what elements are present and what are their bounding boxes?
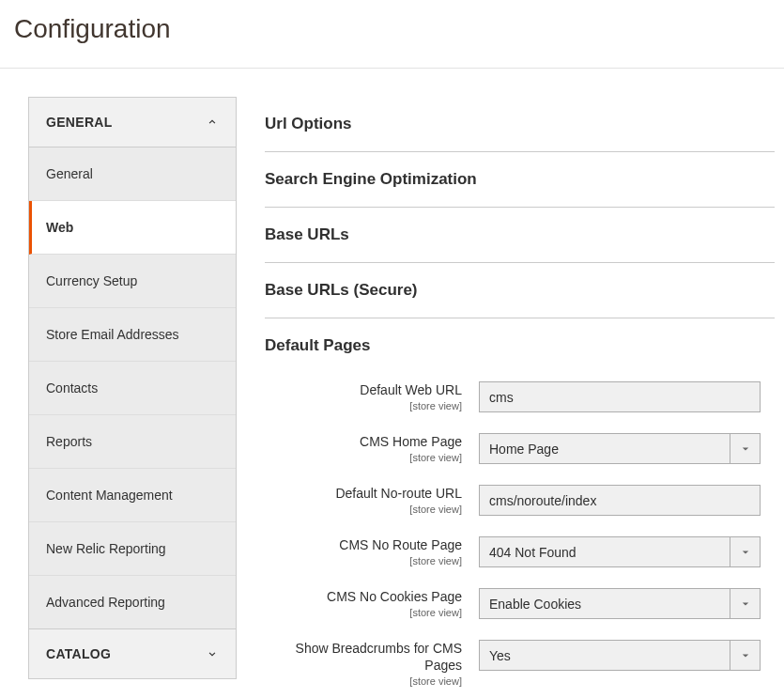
sidebar-item-content-management[interactable]: Content Management (29, 469, 236, 522)
field-label: CMS No Route Page (265, 536, 462, 553)
caret-down-icon (730, 641, 760, 670)
sidebar-group-head-catalog[interactable]: CATALOG (29, 629, 236, 678)
sidebar-group-label: CATALOG (46, 646, 111, 661)
field-default-noroute-url: Default No-route URL [store view] (265, 485, 775, 516)
sidebar-item-label: Reports (46, 434, 92, 449)
cms-no-route-select[interactable]: 404 Not Found (479, 536, 761, 567)
content-container: GENERAL General Web Currency Setup Store… (0, 69, 784, 698)
caret-down-icon (730, 589, 760, 618)
field-label-wrap: Default Web URL [store view] (265, 381, 479, 411)
default-noroute-url-input[interactable] (479, 485, 761, 516)
sidebar-item-new-relic[interactable]: New Relic Reporting (29, 522, 236, 576)
field-default-web-url: Default Web URL [store view] (265, 381, 775, 412)
field-control-wrap: Enable Cookies (479, 588, 761, 619)
sidebar-item-label: Store Email Addresses (46, 327, 179, 342)
sidebar-item-label: Contacts (46, 380, 98, 396)
caret-down-icon (730, 537, 760, 566)
field-control-wrap (479, 485, 761, 516)
field-control-wrap: Home Page (479, 433, 761, 464)
field-label: Default Web URL (265, 381, 462, 398)
field-scope: [store view] (265, 452, 462, 463)
section-base-urls-secure[interactable]: Base URLs (Secure) (265, 263, 775, 318)
field-label-wrap: Default No-route URL [store view] (265, 485, 479, 515)
sidebar-item-label: Currency Setup (46, 273, 137, 288)
select-value: Enable Cookies (480, 597, 730, 612)
main-panel: Url Options Search Engine Optimization B… (265, 97, 784, 698)
field-cms-no-route-page: CMS No Route Page [store view] 404 Not F… (265, 536, 775, 567)
section-url-options[interactable]: Url Options (265, 97, 775, 152)
field-control-wrap (479, 381, 761, 412)
field-label-wrap: CMS No Cookies Page [store view] (265, 588, 479, 618)
sidebar-item-label: Content Management (46, 488, 173, 503)
select-value: Home Page (480, 442, 730, 457)
chevron-up-icon (206, 116, 219, 129)
sidebar-item-web[interactable]: Web (29, 201, 236, 255)
field-control-wrap: Yes (479, 640, 761, 671)
section-base-urls[interactable]: Base URLs (265, 208, 775, 263)
sidebar-group-catalog: CATALOG (28, 629, 237, 679)
sidebar-item-currency-setup[interactable]: Currency Setup (29, 255, 236, 308)
field-cms-no-cookies-page: CMS No Cookies Page [store view] Enable … (265, 588, 775, 619)
page-title: Configuration (14, 14, 770, 44)
section-seo[interactable]: Search Engine Optimization (265, 152, 775, 208)
field-label: CMS No Cookies Page (265, 588, 462, 605)
field-cms-home-page: CMS Home Page [store view] Home Page (265, 433, 775, 464)
sidebar-item-reports[interactable]: Reports (29, 415, 236, 469)
field-scope: [store view] (265, 555, 462, 566)
sidebar-item-label: General (46, 166, 93, 181)
field-scope: [store view] (265, 400, 462, 411)
field-scope: [store view] (265, 675, 462, 687)
sidebar-item-label: Web (46, 220, 73, 235)
select-value: 404 Not Found (480, 545, 730, 560)
sidebar-item-label: Advanced Reporting (46, 595, 165, 610)
default-web-url-input[interactable] (479, 381, 761, 412)
field-label-wrap: Show Breadcrumbs for CMS Pages [store vi… (265, 640, 479, 687)
select-value: Yes (480, 648, 730, 663)
caret-down-icon (730, 434, 760, 463)
show-breadcrumbs-select[interactable]: Yes (479, 640, 761, 671)
field-show-breadcrumbs: Show Breadcrumbs for CMS Pages [store vi… (265, 640, 775, 687)
field-label: Default No-route URL (265, 485, 462, 502)
sidebar-item-advanced-reporting[interactable]: Advanced Reporting (29, 576, 236, 628)
field-label: CMS Home Page (265, 433, 462, 450)
field-scope: [store view] (265, 504, 462, 515)
sidebar-group-general: GENERAL General Web Currency Setup Store… (28, 97, 237, 629)
chevron-down-icon (206, 647, 219, 660)
page-header: Configuration (0, 0, 784, 69)
field-scope: [store view] (265, 607, 462, 618)
section-default-pages[interactable]: Default Pages (265, 318, 775, 381)
sidebar-group-label: GENERAL (46, 115, 113, 130)
field-label-wrap: CMS No Route Page [store view] (265, 536, 479, 566)
field-control-wrap: 404 Not Found (479, 536, 761, 567)
sidebar-item-store-email[interactable]: Store Email Addresses (29, 308, 236, 362)
sidebar-item-general[interactable]: General (29, 147, 236, 201)
field-label-wrap: CMS Home Page [store view] (265, 433, 479, 463)
sidebar: GENERAL General Web Currency Setup Store… (28, 97, 237, 698)
cms-home-page-select[interactable]: Home Page (479, 433, 761, 464)
sidebar-item-label: New Relic Reporting (46, 541, 166, 556)
sidebar-item-contacts[interactable]: Contacts (29, 362, 236, 415)
field-label: Show Breadcrumbs for CMS Pages (265, 640, 462, 674)
sidebar-group-head-general[interactable]: GENERAL (29, 98, 236, 147)
cms-no-cookies-select[interactable]: Enable Cookies (479, 588, 761, 619)
